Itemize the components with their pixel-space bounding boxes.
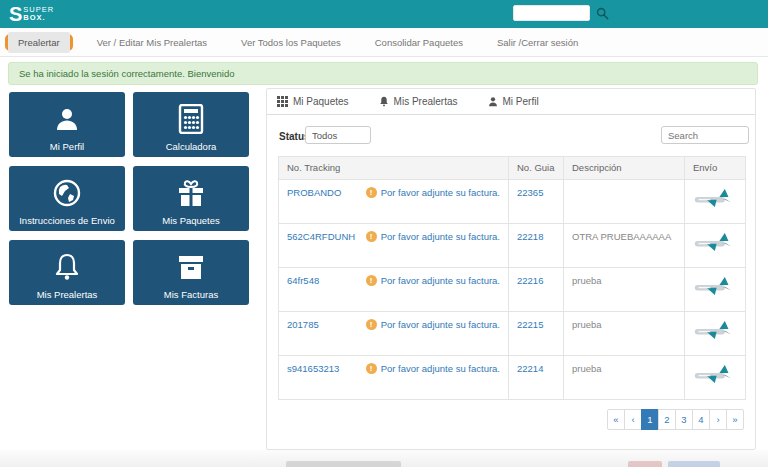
tracking-link[interactable]: 201785 xyxy=(287,319,319,330)
tile-calculadora[interactable]: Calculadora xyxy=(133,92,249,157)
main-content-panel: Mi Paquetes Mis Prealertas Mi Perfil Sta… xyxy=(266,88,756,450)
tile-label: Calculadora xyxy=(166,141,217,152)
footer-cutoff-text xyxy=(668,461,720,467)
guia-link[interactable]: 22365 xyxy=(517,187,543,198)
tracking-link[interactable]: 562C4RFDUNH xyxy=(287,231,355,242)
tile-mis-prealertas[interactable]: Mis Prealertas xyxy=(9,240,125,305)
tile-label: Mi Perfil xyxy=(50,141,84,152)
descripcion-text: prueba xyxy=(572,363,602,374)
warning-text: Por favor adjunte su factura. xyxy=(381,363,500,374)
column-header-guia: No. Guia xyxy=(509,157,564,180)
warning-icon: ! xyxy=(366,363,377,374)
tab-mis-prealertas[interactable]: Mis Prealertas xyxy=(379,96,458,107)
main-nav: Prealertar Ver / Editar Mis Prealertas V… xyxy=(0,28,768,57)
tab-label: Mis Prealertas xyxy=(394,96,458,107)
guia-link[interactable]: 22214 xyxy=(517,363,543,374)
pagination-page-2[interactable]: 2 xyxy=(658,409,676,430)
tile-instrucciones-envio[interactable]: Instrucciones de Envio xyxy=(9,166,125,231)
tracking-link[interactable]: PROBANDO xyxy=(287,187,341,198)
tab-label: Mi Paquetes xyxy=(293,96,349,107)
descripcion-text: OTRA PRUEBAAAAAA xyxy=(572,231,671,242)
packages-table: No. Tracking No. Guia Descripción Envío … xyxy=(278,156,746,400)
top-header-bar: S SUPER BOX. xyxy=(0,0,768,28)
tab-mi-perfil[interactable]: Mi Perfil xyxy=(488,96,539,107)
tile-mis-facturas[interactable]: Mis Facturas xyxy=(133,240,249,305)
airplane-shipping-icon xyxy=(693,319,733,341)
logo-line2: BOX. xyxy=(23,14,54,22)
tab-mi-paquetes[interactable]: Mi Paquetes xyxy=(277,96,349,107)
pagination: « ‹ 1 2 3 4 › » xyxy=(607,409,744,430)
app-window: S SUPER BOX. Prealertar Ver / Editar Mis… xyxy=(0,0,768,467)
bell-icon xyxy=(379,96,389,107)
tile-label: Instrucciones de Envio xyxy=(19,215,115,226)
search-icon[interactable] xyxy=(596,7,609,20)
column-header-tracking: No. Tracking xyxy=(279,157,509,180)
airplane-shipping-icon xyxy=(693,187,733,209)
airplane-shipping-icon xyxy=(693,363,733,385)
tracking-link[interactable]: s941653213 xyxy=(287,363,339,374)
warning-text: Por favor adjunte su factura. xyxy=(381,275,500,286)
descripcion-text: prueba xyxy=(572,319,602,330)
warning-icon: ! xyxy=(366,231,377,242)
user-icon xyxy=(488,96,498,107)
guia-link[interactable]: 22218 xyxy=(517,231,543,242)
sidebar-tile-grid: Mi Perfil Calculadora xyxy=(9,92,249,305)
table-header-row: No. Tracking No. Guia Descripción Envío xyxy=(279,157,746,180)
guia-link[interactable]: 22216 xyxy=(517,275,543,286)
warning-text: Por favor adjunte su factura. xyxy=(381,231,500,242)
pagination-first-button[interactable]: « xyxy=(607,409,625,430)
pagination-page-4[interactable]: 4 xyxy=(692,409,710,430)
table-row: 562C4RFDUNH !Por favor adjunte su factur… xyxy=(279,224,746,268)
column-header-descripcion: Descripción xyxy=(564,157,685,180)
table-row: 201785 !Por favor adjunte su factura. 22… xyxy=(279,312,746,356)
tile-label: Mis Facturas xyxy=(164,289,218,300)
superbox-logo: S SUPER BOX. xyxy=(9,2,54,26)
status-filter-select[interactable] xyxy=(305,126,371,144)
tab-label: Mi Perfil xyxy=(503,96,539,107)
airplane-shipping-icon xyxy=(693,275,733,297)
table-row: s941653213 !Por favor adjunte su factura… xyxy=(279,356,746,400)
warning-icon: ! xyxy=(366,319,377,330)
pagination-last-button[interactable]: » xyxy=(726,409,744,430)
tile-label: Mis Prealertas xyxy=(37,289,98,300)
table-row: 64fr548 !Por favor adjunte su factura. 2… xyxy=(279,268,746,312)
pagination-page-3[interactable]: 3 xyxy=(675,409,693,430)
warning-icon: ! xyxy=(366,275,377,286)
nav-item-ver-editar-prealertas[interactable]: Ver / Editar Mis Prealertas xyxy=(87,32,217,53)
tracking-link[interactable]: 64fr548 xyxy=(287,275,319,286)
tile-label: Mis Paquetes xyxy=(162,215,220,226)
warning-icon: ! xyxy=(366,187,377,198)
footer-cutoff-text xyxy=(286,461,401,467)
table-search-input[interactable] xyxy=(661,126,749,144)
pagination-prev-button[interactable]: ‹ xyxy=(624,409,642,430)
nav-item-consolidar-paquetes[interactable]: Consolidar Paquetes xyxy=(365,32,473,53)
grid-icon xyxy=(277,96,288,107)
column-header-envio: Envío xyxy=(685,157,746,180)
footer-cutoff-text xyxy=(628,461,662,467)
nav-item-prealertar[interactable]: Prealertar xyxy=(8,32,70,53)
tile-mi-perfil[interactable]: Mi Perfil xyxy=(9,92,125,157)
nav-item-salir-cerrar-sesion[interactable]: Salir /Cerrar sesión xyxy=(487,32,588,53)
nav-item-ver-todos-paquetes[interactable]: Ver Todos los Paquetes xyxy=(231,32,351,53)
tutorial-highlight-box: Prealertar xyxy=(5,34,73,51)
pagination-page-1[interactable]: 1 xyxy=(641,409,659,430)
login-success-alert: Se ha iniciado la sesión correctamente. … xyxy=(8,62,758,85)
descripcion-text: prueba xyxy=(572,275,602,286)
tile-mis-paquetes[interactable]: Mis Paquetes xyxy=(133,166,249,231)
guia-link[interactable]: 22215 xyxy=(517,319,543,330)
header-search-input[interactable] xyxy=(513,5,590,21)
warning-text: Por favor adjunte su factura. xyxy=(381,319,500,330)
warning-text: Por favor adjunte su factura. xyxy=(381,187,500,198)
airplane-shipping-icon xyxy=(693,231,733,253)
table-row: PROBANDO !Por favor adjunte su factura. … xyxy=(279,180,746,224)
pagination-next-button[interactable]: › xyxy=(709,409,727,430)
logo-s-mark: S xyxy=(9,2,21,26)
content-tabs: Mi Paquetes Mis Prealertas Mi Perfil xyxy=(267,89,755,115)
table-filter-row: Status xyxy=(267,115,755,155)
